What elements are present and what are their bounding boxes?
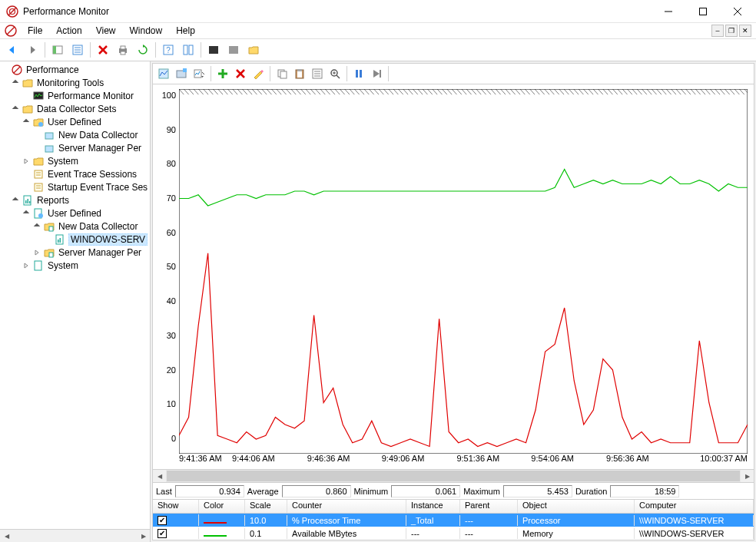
menu-help[interactable]: Help [170,24,201,38]
collapse-icon[interactable] [32,222,41,231]
col-scale[interactable]: Scale [245,500,287,513]
tree-reports-system[interactable]: System [0,259,150,272]
expand-icon[interactable] [22,157,31,166]
refresh-button[interactable] [134,41,152,59]
forward-button[interactable] [23,41,41,59]
col-instance[interactable]: Instance [406,500,460,513]
tree-server-manager-perf[interactable]: Server Manager Per [0,141,150,154]
tree-label: User Defined [46,117,103,127]
tree-performance-monitor[interactable]: Performance Monitor [0,89,150,102]
copy-button[interactable] [274,65,290,82]
svg-rect-44 [49,226,53,231]
col-computer[interactable]: Computer [635,500,754,513]
stat-avg-label: Average [247,487,279,496]
tree-reports-ndc[interactable]: New Data Collector [0,220,150,233]
collector-icon [43,142,55,154]
expand-icon[interactable] [32,248,41,257]
svg-rect-22 [184,45,187,55]
tree-reports[interactable]: Reports [0,193,150,207]
highlight-button[interactable] [250,65,267,82]
properties-button[interactable] [68,41,87,59]
remove-counter-button[interactable] [232,65,249,82]
scroll-track[interactable] [166,470,741,482]
paste-button[interactable] [291,65,308,82]
tree-reports-user-defined[interactable]: User Defined [0,207,150,220]
chart-horizontal-scrollbar[interactable]: ◀ ▶ [152,470,754,483]
collapse-icon[interactable] [0,65,9,74]
gray-icon[interactable] [224,41,243,59]
add-counter-button[interactable] [214,65,231,82]
tree-new-data-collector[interactable]: New Data Collector [0,128,150,141]
collapse-icon[interactable] [22,209,31,218]
col-counter[interactable]: Counter [287,500,406,513]
close-button[interactable] [720,0,754,22]
scroll-thumb[interactable] [167,471,740,481]
table-row[interactable]: ✔0.1Available MBytes------Memory\\WINDOW… [153,527,754,540]
minimize-button[interactable] [651,0,685,22]
tree-event-trace[interactable]: Event Trace Sessions [0,167,150,180]
svg-text:?: ? [166,46,171,55]
tree-horizontal-scrollbar[interactable]: ◀ ▶ [0,529,150,542]
col-show[interactable]: Show [153,500,199,513]
print-button[interactable] [114,41,132,59]
mdi-restore-button[interactable]: ❐ [725,25,738,37]
tree-system[interactable]: System [0,154,150,167]
view-log-button[interactable] [173,65,190,82]
show-hide-tree-button[interactable] [48,41,67,59]
view-current-button[interactable] [155,65,172,82]
tree-startup-event-trace[interactable]: Startup Event Trace Ses [0,180,150,193]
freeze-button[interactable] [350,65,367,82]
tree-data-collector-sets[interactable]: Data Collector Sets [0,102,150,115]
app-icon [6,5,18,18]
collapse-icon[interactable] [11,196,20,205]
table-row[interactable]: ✔10.0% Processor Time_Total---Processor\… [153,514,754,527]
maximize-button[interactable] [685,0,720,22]
col-parent[interactable]: Parent [460,500,518,513]
help-button[interactable]: ? [159,41,177,59]
menu-view[interactable]: View [90,24,122,38]
scroll-track[interactable] [13,530,137,542]
properties-button[interactable] [309,65,326,82]
y-tick: 10 [156,399,176,408]
back-button[interactable] [3,41,22,59]
collapse-icon[interactable] [11,104,20,114]
delete-button[interactable] [94,41,112,59]
tree-label: Startup Event Trace Ses [46,182,149,193]
update-button[interactable] [368,65,385,82]
change-graph-button[interactable] [191,65,207,82]
mdi-minimize-button[interactable]: – [711,25,724,37]
tree[interactable]: Performance Monitoring Tools Performance… [0,61,150,529]
report-folder-icon [32,259,45,272]
menu-window[interactable]: Window [124,24,169,38]
x-tick: 9:49:06 AM [382,454,425,463]
tree-label: New Data Collector [57,221,139,232]
tree-reports-smp[interactable]: Server Manager Per [0,246,150,259]
stat-dur-value: 18:59 [610,485,679,497]
collapse-icon[interactable] [22,117,31,127]
tree-user-defined[interactable]: User Defined [0,115,150,128]
plot-area[interactable] [179,89,748,454]
dark-icon[interactable] [204,41,223,59]
zoom-button[interactable] [327,65,343,82]
col-object[interactable]: Object [518,500,635,513]
svg-rect-49 [35,261,41,270]
tree-root[interactable]: Performance [0,63,150,76]
show-checkbox[interactable]: ✔ [158,529,167,538]
expand-icon[interactable] [22,261,31,270]
scroll-left-button[interactable]: ◀ [153,470,166,482]
mdi-close-button[interactable]: ✕ [739,25,751,37]
tree-report-windows-server[interactable]: WINDOWS-SERV [0,233,150,246]
scroll-right-button[interactable]: ▶ [137,530,150,542]
tile-button[interactable] [179,41,197,59]
show-checkbox[interactable]: ✔ [158,516,167,525]
folder-button[interactable] [244,41,263,59]
menu-file[interactable]: File [22,24,48,38]
scroll-left-button[interactable]: ◀ [0,530,13,542]
col-color[interactable]: Color [199,500,245,513]
chart-toolbar [152,63,754,84]
menu-action[interactable]: Action [50,24,88,38]
tree-label: Server Manager Per [57,247,143,258]
scroll-right-button[interactable]: ▶ [741,470,754,482]
tree-monitoring-tools[interactable]: Monitoring Tools [0,76,150,89]
collapse-icon[interactable] [11,78,20,88]
